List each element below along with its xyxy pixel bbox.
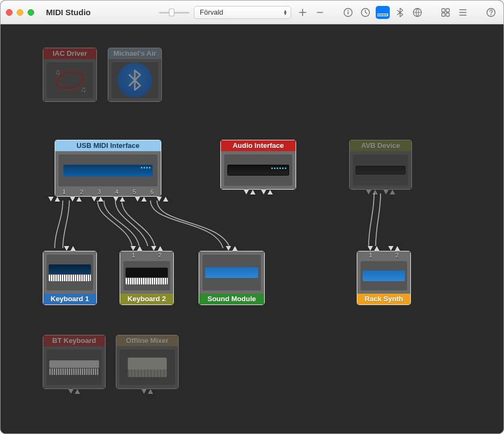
svg-rect-14	[442, 13, 445, 16]
port-numbers: 1 2	[120, 252, 173, 258]
svg-rect-8	[383, 14, 384, 16]
device-label: AVB Device	[350, 140, 411, 151]
info-button[interactable]	[341, 6, 355, 19]
rack-synth-icon	[361, 261, 407, 290]
device-label: Keyboard 2	[120, 294, 173, 305]
window-title: MIDI Studio	[46, 8, 91, 17]
zoom-window-button[interactable]	[28, 9, 34, 16]
svg-rect-2	[348, 11, 349, 14]
svg-rect-9	[384, 14, 385, 16]
input-ports[interactable]	[43, 246, 96, 251]
svg-rect-5	[378, 14, 379, 16]
svg-point-1	[348, 10, 349, 11]
device-bluetooth-network[interactable]: Michael's Air	[108, 48, 162, 102]
input-ports[interactable]	[199, 246, 264, 251]
remove-config-button[interactable]	[313, 6, 327, 19]
mixer-icon	[120, 349, 175, 385]
svg-rect-6	[379, 14, 381, 16]
audio-interface-icon	[224, 154, 292, 186]
titlebar: MIDI Studio Förvald ▲▼	[1, 1, 503, 24]
input-ports[interactable]	[120, 246, 173, 251]
sound-module-icon	[202, 255, 261, 290]
avb-device-icon	[353, 154, 408, 186]
midi-interface-icon	[58, 154, 158, 186]
close-window-button[interactable]	[6, 9, 12, 16]
bluetooth-icon	[112, 62, 158, 98]
keyboard-icon	[47, 349, 102, 385]
output-ports[interactable]	[43, 389, 105, 394]
svg-rect-15	[446, 13, 449, 16]
device-keyboard-2[interactable]: 1 2 Keyboard 2	[120, 251, 174, 305]
add-device-button[interactable]	[376, 6, 390, 19]
device-avb[interactable]: AVB Device	[349, 140, 412, 190]
rescan-midi-button[interactable]	[358, 6, 372, 19]
keyboard-icon	[123, 261, 170, 290]
bluetooth-button[interactable]	[393, 6, 407, 19]
midi-canvas[interactable]: IAC Driver ♫♫ Michael's Air USB MIDI Int…	[1, 24, 503, 433]
iac-driver-icon: ♫♫	[47, 62, 93, 98]
configuration-select-value: Förvald	[200, 8, 223, 16]
device-label: USB MIDI Interface	[55, 140, 161, 151]
help-button[interactable]	[484, 6, 498, 19]
port-numbers: 1 2 3 4 5 6	[55, 189, 161, 195]
device-label: Offline Mixer	[116, 335, 178, 346]
output-ports[interactable]	[116, 389, 178, 394]
device-audio-interface[interactable]: Audio Interface	[220, 140, 296, 190]
input-ports[interactable]	[357, 246, 410, 251]
output-ports[interactable]	[350, 190, 411, 195]
list-view-button[interactable]	[456, 6, 470, 19]
device-iac-driver[interactable]: IAC Driver ♫♫	[43, 48, 97, 102]
svg-rect-10	[386, 14, 387, 16]
add-config-button[interactable]	[296, 6, 310, 19]
minimize-window-button[interactable]	[17, 9, 23, 16]
keyboard-icon	[47, 255, 93, 290]
device-label: IAC Driver	[43, 48, 96, 59]
svg-rect-7	[381, 14, 382, 16]
configuration-select[interactable]: Förvald ▲▼	[194, 6, 291, 19]
device-label: Rack Synth	[357, 294, 410, 305]
device-label: Sound Module	[199, 294, 264, 305]
icon-size-slider[interactable]	[159, 8, 189, 17]
device-label: Michael's Air	[108, 48, 161, 59]
device-bt-keyboard[interactable]: BT Keyboard	[43, 335, 106, 389]
window-controls	[6, 9, 34, 16]
svg-rect-13	[446, 9, 449, 12]
network-button[interactable]	[410, 6, 424, 19]
output-ports[interactable]	[221, 190, 296, 195]
chevron-up-down-icon: ▲▼	[283, 10, 287, 15]
device-rack-synth[interactable]: 1 2 Rack Synth	[357, 251, 411, 305]
device-offline-mixer[interactable]: Offline Mixer	[116, 335, 179, 389]
output-ports[interactable]	[55, 197, 161, 202]
port-numbers: 1 2	[357, 252, 410, 258]
device-usb-midi-interface[interactable]: USB MIDI Interface 1 2 3 4 5 6	[55, 140, 161, 197]
icon-view-button[interactable]	[438, 6, 453, 19]
device-sound-module[interactable]: Sound Module	[199, 251, 265, 305]
device-label: BT Keyboard	[43, 335, 105, 346]
svg-point-17	[490, 14, 492, 15]
midi-studio-window: MIDI Studio Förvald ▲▼	[0, 0, 504, 434]
device-label: Keyboard 1	[43, 294, 96, 305]
device-label: Audio Interface	[221, 140, 296, 151]
svg-rect-12	[442, 9, 445, 12]
device-keyboard-1[interactable]: Keyboard 1	[43, 251, 97, 305]
